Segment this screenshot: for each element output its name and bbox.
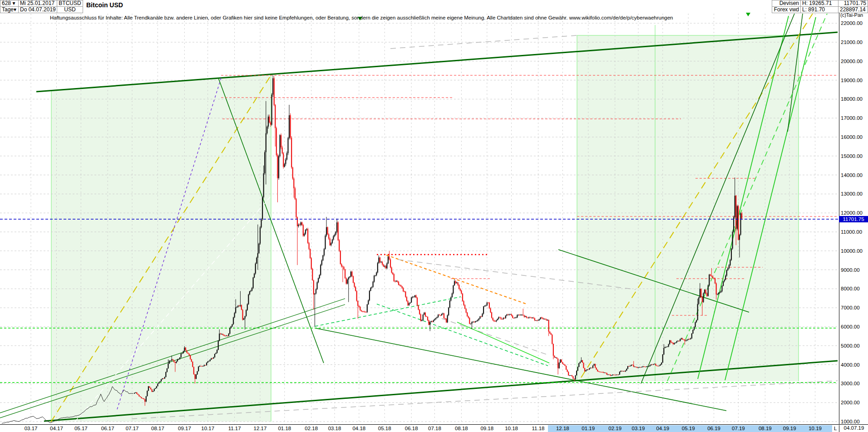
candle-body — [210, 359, 211, 361]
candle-body — [271, 95, 272, 125]
candle-body — [516, 318, 517, 318]
candle-body — [630, 366, 631, 366]
candle-body — [671, 340, 671, 342]
candle-body — [688, 339, 689, 339]
candle-body — [548, 320, 549, 332]
candle-body — [328, 235, 329, 239]
candle-body — [676, 341, 677, 343]
price-tick-label: 10000.00 — [841, 248, 863, 254]
candle-body — [200, 366, 201, 366]
candle-body — [410, 303, 411, 303]
candle-body — [175, 362, 176, 363]
candle-body — [293, 179, 294, 188]
candle-body — [611, 375, 612, 376]
candle-body — [642, 366, 643, 367]
candle-body — [424, 313, 424, 314]
candle-body — [376, 272, 377, 275]
candle-body — [617, 375, 618, 375]
candle-body — [312, 269, 313, 280]
candle-body — [578, 363, 579, 367]
candle-body — [487, 303, 488, 305]
candle-body — [142, 398, 143, 399]
price-tick-label: 14000.00 — [841, 172, 863, 178]
candle-body — [380, 262, 381, 262]
candle-body — [481, 316, 482, 317]
candle-body — [668, 344, 669, 347]
candle-body — [444, 318, 445, 319]
candle-body — [266, 133, 266, 152]
price-tick-label: 17000.00 — [841, 115, 863, 121]
candle-body — [383, 265, 384, 266]
gray-mid-2 — [442, 319, 549, 355]
candle-body — [258, 244, 259, 253]
candle-body — [427, 317, 428, 320]
price-tick-label: 13000.00 — [841, 191, 863, 196]
candle-body — [731, 249, 732, 260]
candle-body — [281, 135, 281, 147]
candle-body — [342, 266, 343, 267]
candle-body — [319, 275, 320, 278]
candle-body — [274, 78, 275, 105]
candle-body — [444, 314, 444, 319]
candle-body — [646, 367, 647, 367]
candle-body — [278, 156, 279, 178]
candle-body — [219, 334, 220, 341]
candle-body — [249, 291, 250, 295]
candle-body — [469, 318, 470, 324]
candle-body — [567, 370, 568, 372]
copyright-label: (c)Tai-Pan — [840, 12, 863, 18]
candle-body — [628, 366, 629, 367]
candle-body — [636, 367, 637, 368]
candle-body — [363, 312, 364, 312]
candle-body — [438, 315, 439, 317]
candle-body — [448, 308, 449, 315]
candle-body — [581, 360, 582, 362]
candle-body — [633, 365, 634, 367]
candle-body — [551, 334, 552, 335]
candle-body — [534, 318, 535, 320]
candle-body — [718, 293, 719, 294]
candle-body — [698, 298, 699, 304]
candle-body — [163, 378, 164, 379]
candle-body — [575, 375, 576, 379]
candle-body — [178, 359, 179, 359]
candle-body — [535, 320, 536, 321]
candle-body — [240, 305, 241, 306]
candle-body — [285, 160, 286, 164]
candle-body — [362, 311, 363, 312]
candle-body — [580, 362, 581, 363]
candle-body — [711, 275, 712, 276]
month-tick-label: 01.19 — [582, 426, 595, 431]
candle-body — [467, 313, 468, 317]
month-tick-label: 06.18 — [405, 426, 418, 431]
candle-body — [436, 317, 437, 318]
candle-body — [385, 266, 386, 268]
month-tick-label: 02.18 — [305, 426, 318, 431]
price-tick-label: 3000.00 — [841, 381, 860, 386]
candle-body — [354, 283, 355, 287]
candle-body — [506, 314, 507, 315]
candle-body — [552, 335, 552, 344]
candle-body — [218, 341, 219, 350]
month-tick-label: 07.18 — [428, 426, 441, 431]
chart-canvas[interactable] — [0, 0, 868, 432]
candle-body — [531, 318, 532, 318]
candle-body — [561, 359, 562, 362]
candle-body — [518, 315, 519, 315]
candle-body — [599, 372, 600, 372]
candle-body — [587, 369, 587, 370]
candle-body — [307, 229, 308, 243]
candle-body — [605, 373, 606, 373]
month-tick-label: 04.17 — [50, 426, 63, 431]
candle-body — [653, 364, 654, 364]
date-axis[interactable]: L 04.07.19 03.1704.1705.1706.1707.1708.1… — [0, 424, 868, 432]
candle-body — [616, 375, 616, 375]
candle-body — [327, 227, 328, 235]
candle-body — [299, 225, 300, 225]
candle-body — [538, 320, 538, 321]
candle-body — [700, 289, 700, 297]
candle-body — [660, 364, 661, 365]
candle-body — [597, 370, 598, 372]
candle-body — [618, 374, 619, 375]
month-tick-label: 09.19 — [783, 426, 796, 431]
